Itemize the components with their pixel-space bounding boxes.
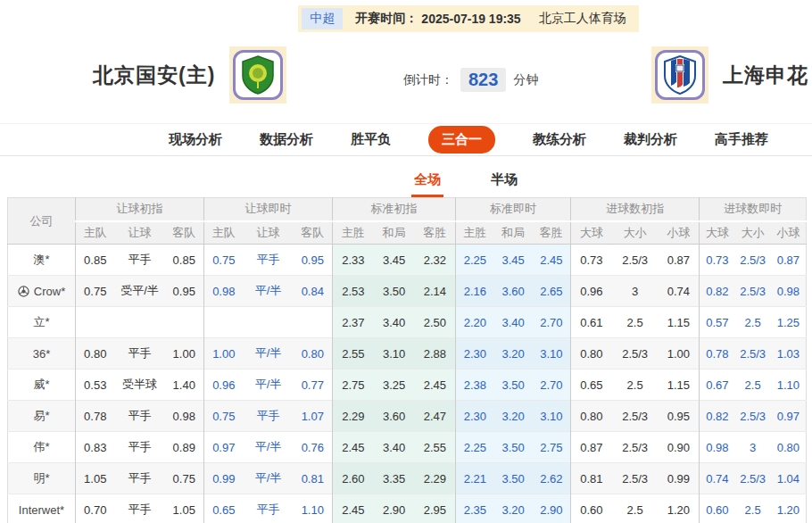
odds-cell[interactable]: 0.57 — [700, 307, 735, 338]
match-header: 北京国安(主) 倒计时： 823 分钟 — [0, 43, 812, 123]
odds-cell[interactable]: 0.78 — [700, 338, 735, 369]
odds-cell[interactable]: 3.20 — [494, 338, 533, 369]
odds-cell[interactable]: 3.50 — [494, 369, 533, 401]
odds-cell[interactable]: 2.90 — [533, 494, 571, 523]
odds-cell[interactable]: 2.35 — [456, 494, 494, 523]
odds-cell[interactable]: 0.97 — [771, 401, 807, 432]
odds-cell[interactable]: 平手 — [244, 245, 294, 276]
odds-cell[interactable]: 2.5/3 — [735, 245, 771, 276]
nav-tab-3[interactable]: 胜平负 — [351, 131, 391, 148]
odds-cell[interactable]: 1.03 — [771, 338, 807, 369]
odds-cell[interactable]: 1.10 — [294, 494, 333, 523]
odds-cell[interactable]: 3.50 — [494, 432, 533, 463]
odds-cell[interactable]: 0.98 — [700, 432, 735, 463]
odds-cell[interactable]: 平/半 — [244, 369, 294, 401]
nav-tab-7[interactable]: 高手推荐 — [715, 131, 768, 148]
odds-cell[interactable]: 2.5 — [735, 369, 771, 401]
odds-cell[interactable]: 2.45 — [533, 245, 571, 276]
col-header-5-3: 小球 — [659, 221, 700, 245]
col-group-6: 进球数即时 — [700, 198, 807, 221]
odds-cell[interactable]: 0.97 — [204, 432, 244, 463]
subtab-2[interactable]: 半场 — [488, 171, 520, 197]
odds-cell[interactable]: 0.74 — [700, 463, 735, 494]
odds-cell[interactable]: 2.65 — [533, 276, 571, 307]
odds-cell[interactable]: 0.98 — [204, 276, 244, 307]
odds-cell[interactable]: 0.80 — [294, 338, 333, 369]
odds-cell[interactable]: 3.40 — [494, 307, 533, 338]
nav-tab-6[interactable]: 裁判分析 — [624, 131, 677, 148]
odds-cell[interactable]: 0.99 — [204, 463, 244, 494]
odds-cell[interactable]: 2.21 — [456, 463, 494, 494]
company-cell[interactable]: 易* — [8, 401, 76, 432]
odds-cell[interactable]: 3.20 — [494, 401, 533, 432]
company-cell[interactable]: 伟* — [8, 432, 76, 463]
company-cell[interactable]: 威* — [8, 369, 76, 401]
odds-cell[interactable]: 1.00 — [204, 338, 244, 369]
odds-cell[interactable]: 0.80 — [771, 432, 807, 463]
odds-cell[interactable]: 1.07 — [294, 401, 333, 432]
odds-cell[interactable]: 平/半 — [244, 338, 294, 369]
odds-cell[interactable]: 3.50 — [494, 463, 533, 494]
nav-tab-2[interactable]: 数据分析 — [260, 131, 313, 148]
odds-cell[interactable]: 2.30 — [456, 338, 494, 369]
odds-cell[interactable]: 0.82 — [700, 276, 735, 307]
nav-tab-1[interactable]: 现场分析 — [169, 131, 222, 148]
odds-cell[interactable]: 0.75 — [204, 245, 244, 276]
company-cell[interactable]: 立* — [8, 307, 76, 338]
company-cell[interactable]: 澳* — [8, 245, 76, 276]
odds-cell[interactable]: 2.5/3 — [735, 276, 771, 307]
odds-cell[interactable]: 1.20 — [771, 494, 807, 523]
odds-cell[interactable]: 平/半 — [244, 276, 294, 307]
odds-cell[interactable]: 0.77 — [294, 369, 333, 401]
odds-cell[interactable]: 0.75 — [204, 401, 244, 432]
odds-cell[interactable]: 2.5 — [735, 307, 771, 338]
table-head: 公司让球初指让球即时标准初指标准即时进球数初指进球数即时 主队让球客队主队让球客… — [8, 198, 807, 245]
odds-cell[interactable]: 3.10 — [533, 401, 571, 432]
company-cell[interactable]: 明* — [8, 463, 76, 494]
odds-cell[interactable]: 3.60 — [494, 276, 533, 307]
company-cell[interactable]: Crow* — [8, 276, 76, 307]
odds-cell[interactable]: 2.5/3 — [735, 463, 771, 494]
odds-cell[interactable]: 2.75 — [533, 432, 571, 463]
odds-cell[interactable]: 2.5/3 — [735, 401, 771, 432]
odds-cell[interactable]: 0.96 — [204, 369, 244, 401]
odds-cell[interactable]: 0.65 — [204, 494, 244, 523]
odds-cell[interactable]: 3.10 — [533, 338, 571, 369]
odds-cell[interactable]: 2.70 — [533, 369, 571, 401]
odds-cell[interactable]: 2.30 — [456, 401, 494, 432]
odds-cell[interactable]: 平/半 — [244, 463, 294, 494]
company-cell[interactable]: Interwet* — [8, 494, 76, 523]
odds-cell[interactable]: 2.62 — [533, 463, 571, 494]
odds-cell[interactable]: 3 — [735, 432, 771, 463]
odds-cell[interactable]: 2.25 — [456, 432, 494, 463]
odds-cell[interactable]: 0.82 — [700, 401, 735, 432]
odds-cell[interactable]: 2.20 — [456, 307, 494, 338]
nav-tab-5[interactable]: 教练分析 — [533, 131, 586, 148]
subtab-1[interactable]: 全场 — [411, 171, 443, 197]
odds-cell[interactable]: 2.16 — [456, 276, 494, 307]
odds-cell[interactable]: 平手 — [244, 401, 294, 432]
odds-cell[interactable]: 2.5/3 — [735, 338, 771, 369]
odds-cell[interactable]: 平/半 — [244, 432, 294, 463]
odds-cell[interactable]: 3.45 — [494, 245, 533, 276]
odds-cell[interactable]: 0.81 — [294, 463, 333, 494]
odds-cell[interactable]: 3.20 — [494, 494, 533, 523]
odds-cell[interactable]: 0.98 — [771, 276, 807, 307]
odds-cell[interactable]: 平手 — [244, 494, 294, 523]
odds-cell[interactable]: 2.70 — [533, 307, 571, 338]
odds-cell[interactable]: 1.04 — [771, 463, 807, 494]
odds-cell[interactable]: 2.5 — [735, 494, 771, 523]
nav-tab-4[interactable]: 三合一 — [428, 126, 495, 154]
odds-cell[interactable]: 0.76 — [294, 432, 333, 463]
odds-cell[interactable]: 0.67 — [700, 369, 735, 401]
odds-cell[interactable]: 0.73 — [700, 245, 735, 276]
odds-cell[interactable]: 1.25 — [771, 307, 807, 338]
odds-cell[interactable]: 2.38 — [456, 369, 494, 401]
odds-cell[interactable]: 2.25 — [456, 245, 494, 276]
odds-cell[interactable]: 0.84 — [294, 276, 333, 307]
odds-cell[interactable]: 0.95 — [294, 245, 333, 276]
company-cell[interactable]: 36* — [8, 338, 76, 369]
odds-cell[interactable]: 0.87 — [771, 245, 807, 276]
odds-cell[interactable]: 0.60 — [700, 494, 735, 523]
odds-cell[interactable]: 1.10 — [771, 369, 807, 401]
